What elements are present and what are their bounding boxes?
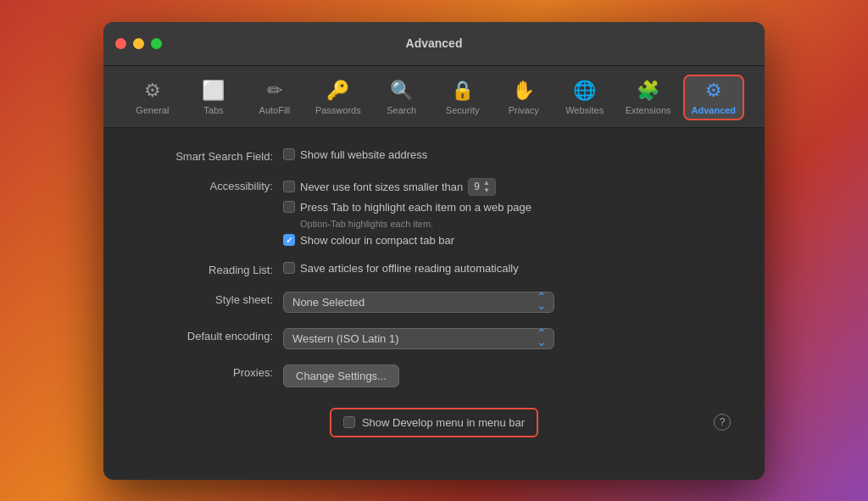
accessibility-label: Accessibility: (137, 178, 273, 192)
tabs-icon: ⬜ (202, 80, 225, 102)
window-title: Advanced (406, 36, 463, 50)
tab-websites-label: Websites (565, 105, 604, 115)
tab-privacy[interactable]: ✋ Privacy (495, 75, 553, 120)
tab-security-label: Security (446, 105, 480, 115)
proxies-label: Proxies: (137, 365, 273, 379)
tab-passwords[interactable]: 🔑 Passwords (307, 75, 370, 120)
reading-list-row: Reading List: Save articles for offline … (137, 262, 731, 276)
tab-search-label: Search (387, 105, 416, 115)
style-sheet-label: Style sheet: (137, 292, 273, 306)
change-settings-button[interactable]: Change Settings... (283, 365, 399, 387)
encoding-value: Western (ISO Latin 1) (292, 332, 398, 345)
develop-menu-label: Show Develop menu in menu bar (362, 416, 525, 429)
encoding-label: Default encoding: (137, 328, 273, 342)
stepper-down-icon[interactable]: ▼ (483, 187, 490, 194)
encoding-chevron-icon: ⌃ ⌄ (537, 330, 547, 347)
accessibility-row: Accessibility: Never use font sizes smal… (137, 178, 731, 247)
style-sheet-value: None Selected (292, 296, 364, 309)
reading-list-option: Save articles for offline reading automa… (300, 262, 519, 275)
develop-menu-row: Show Develop menu in menu bar ? (137, 408, 731, 437)
tab-extensions[interactable]: 🧩 Extensions (617, 75, 680, 120)
proxies-row: Proxies: Change Settings... (137, 365, 731, 387)
compact-tab-checkbox[interactable] (283, 234, 295, 246)
tab-autofill-label: AutoFill (259, 105, 291, 115)
encoding-row: Default encoding: Western (ISO Latin 1) … (137, 328, 731, 349)
tab-autofill[interactable]: ✏ AutoFill (246, 75, 303, 120)
style-sheet-row: Style sheet: None Selected ⌃ ⌄ (137, 292, 731, 313)
search-icon: 🔍 (390, 80, 413, 102)
tab-security[interactable]: 🔒 Security (434, 75, 492, 120)
autofill-icon: ✏ (267, 80, 282, 102)
font-size-row: Never use font sizes smaller than 9 ▲ ▼ (283, 178, 531, 196)
tab-websites[interactable]: 🌐 Websites (556, 75, 614, 120)
encoding-dropdown[interactable]: Western (ISO Latin 1) ⌃ ⌄ (283, 328, 554, 349)
smart-search-checkbox[interactable] (283, 148, 295, 160)
tab-passwords-label: Passwords (315, 105, 361, 115)
chevron-updown-icon: ⌃ ⌄ (537, 293, 547, 310)
help-icon: ? (720, 416, 726, 428)
reading-list-controls: Save articles for offline reading automa… (283, 262, 519, 275)
tab-extensions-label: Extensions (626, 105, 671, 115)
tab-highlight-option: Press Tab to highlight each item on a we… (300, 201, 531, 214)
stepper-arrows: ▲ ▼ (483, 180, 490, 194)
develop-menu-container: Show Develop menu in menu bar (330, 408, 538, 437)
tab-search[interactable]: 🔍 Search (373, 75, 431, 120)
tab-general[interactable]: ⚙ General (124, 75, 181, 120)
tab-advanced[interactable]: ⚙ Advanced (683, 75, 745, 120)
close-button[interactable] (115, 38, 126, 49)
tab-general-label: General (136, 105, 169, 115)
tab-tabs-label: Tabs (203, 105, 223, 115)
minimize-button[interactable] (133, 38, 144, 49)
tab-tabs[interactable]: ⬜ Tabs (185, 75, 242, 120)
compact-tab-option: Show colour in compact tab bar (300, 234, 454, 247)
content-area: Smart Search Field: Show full website ad… (103, 128, 765, 480)
reading-list-label: Reading List: (137, 262, 273, 276)
websites-icon: 🌐 (573, 80, 596, 102)
compact-tab-row: Show colour in compact tab bar (283, 234, 531, 247)
tab-advanced-label: Advanced (692, 105, 737, 115)
advanced-icon: ⚙ (705, 80, 722, 102)
smart-search-label: Smart Search Field: (137, 148, 273, 163)
traffic-lights (115, 38, 162, 49)
security-icon: 🔒 (451, 80, 474, 102)
tab-highlight-checkbox[interactable] (283, 201, 295, 213)
titlebar: Advanced (103, 22, 765, 66)
stepper-up-icon[interactable]: ▲ (483, 180, 490, 186)
privacy-icon: ✋ (512, 80, 535, 102)
font-size-checkbox[interactable] (283, 181, 295, 192)
tab-highlight-row: Press Tab to highlight each item on a we… (283, 201, 531, 214)
develop-menu-checkbox[interactable] (343, 416, 355, 428)
smart-search-row: Smart Search Field: Show full website ad… (137, 148, 731, 163)
help-button[interactable]: ? (714, 414, 731, 431)
font-size-stepper[interactable]: 9 ▲ ▼ (468, 178, 496, 196)
smart-search-option: Show full website address (300, 148, 427, 161)
extensions-icon: 🧩 (637, 80, 659, 102)
toolbar: ⚙ General ⬜ Tabs ✏ AutoFill 🔑 Passwords … (103, 66, 765, 128)
reading-list-checkbox[interactable] (283, 262, 295, 274)
style-sheet-dropdown[interactable]: None Selected ⌃ ⌄ (283, 292, 554, 313)
font-size-value: 9 (474, 181, 480, 192)
tab-highlight-hint: Option-Tab highlights each item. (283, 219, 531, 229)
passwords-icon: 🔑 (326, 80, 349, 102)
smart-search-controls: Show full website address (283, 148, 427, 161)
safari-preferences-window: Advanced ⚙ General ⬜ Tabs ✏ AutoFill 🔑 P… (103, 22, 765, 480)
accessibility-controls: Never use font sizes smaller than 9 ▲ ▼ … (283, 178, 531, 247)
font-size-option: Never use font sizes smaller than (300, 181, 463, 193)
tab-privacy-label: Privacy (509, 105, 539, 115)
maximize-button[interactable] (151, 38, 162, 49)
general-icon: ⚙ (144, 80, 161, 102)
